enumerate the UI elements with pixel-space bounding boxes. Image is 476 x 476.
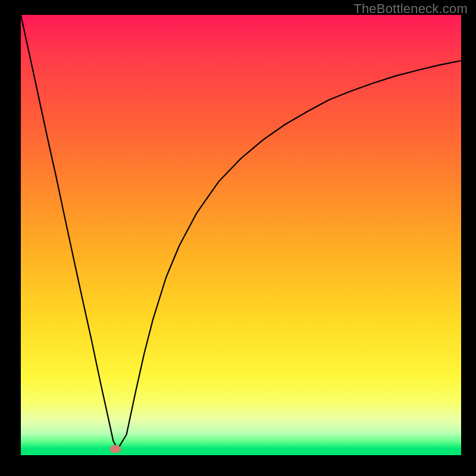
chart-frame: TheBottleneck.com (0, 0, 476, 476)
bottleneck-curve (21, 15, 461, 449)
chart-svg (21, 15, 461, 455)
watermark-text: TheBottleneck.com (353, 1, 468, 17)
optimal-point-marker (109, 445, 121, 453)
